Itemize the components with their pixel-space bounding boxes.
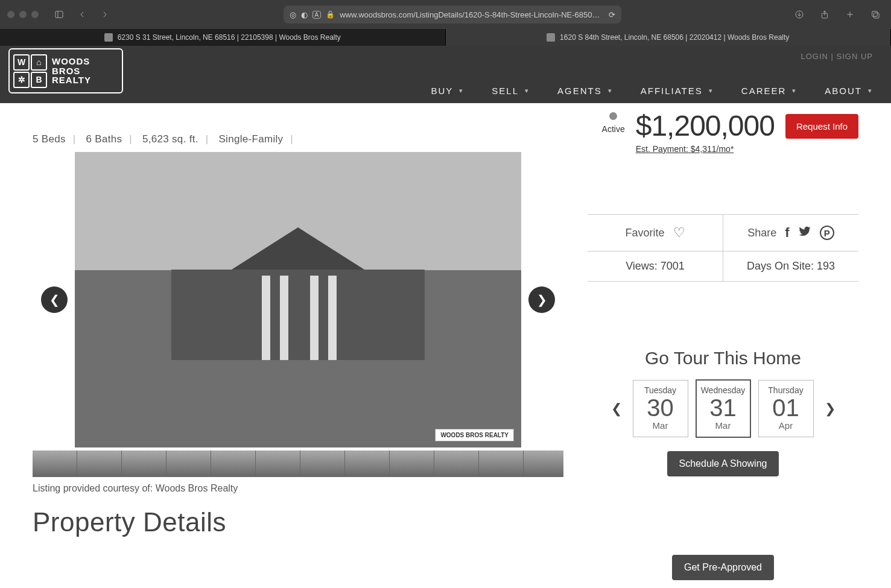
house-illustration	[171, 227, 425, 360]
property-details-heading: Property Details	[33, 507, 563, 537]
favorite-share-row: Favorite ♡ Share f P	[588, 214, 858, 251]
nav-about[interactable]: ABOUT▾	[825, 86, 873, 96]
request-info-button[interactable]: Request Info	[785, 114, 858, 139]
tab-strip: 6230 S 31 Street, Lincoln, NE 68516 | 22…	[0, 29, 891, 46]
browser-tab-1[interactable]: 1620 S 84th Street, Lincoln, NE 68506 | …	[446, 29, 892, 46]
tour-date-1[interactable]: Wednesday 31 Mar	[696, 379, 751, 438]
chevron-down-icon: ▾	[608, 87, 613, 95]
reader-icon[interactable]: A	[312, 11, 322, 19]
listing-stats: 5 Beds| 6 Baths| 5,623 sq. ft.| Single-F…	[33, 133, 563, 145]
svg-rect-9	[874, 13, 879, 18]
carousel-next-button[interactable]: ❯	[528, 286, 555, 313]
photo-thumbnails	[33, 450, 563, 477]
favorite-button[interactable]: Favorite ♡	[588, 215, 723, 251]
tab-title: 6230 S 31 Street, Lincoln, NE 68516 | 22…	[118, 33, 341, 42]
date-prev-button[interactable]: ❮	[607, 401, 626, 417]
chevron-down-icon: ▾	[868, 87, 873, 95]
chevron-down-icon: ▾	[459, 87, 464, 95]
chevron-down-icon: ▾	[792, 87, 797, 95]
date-next-button[interactable]: ❯	[821, 401, 839, 417]
main-nav: BUY▾ SELL▾ AGENTS▾ AFFILIATES▾ CAREER▾ A…	[431, 86, 873, 96]
logo-mark: W⌂✲B	[13, 54, 47, 88]
site-header: W⌂✲B WOODS BROS REALTY LOGIN | SIGN UP B…	[0, 46, 891, 103]
forward-button[interactable]	[97, 6, 113, 23]
carousel-prev-button[interactable]: ❮	[41, 286, 68, 313]
twitter-icon[interactable]	[798, 224, 811, 241]
status-dot-icon	[609, 112, 617, 120]
thumbnail[interactable]	[256, 450, 300, 477]
listing-courtesy: Listing provided courtesy of: Woods Bros…	[33, 483, 563, 494]
close-window[interactable]	[7, 11, 14, 18]
tab-title: 1620 S 84th Street, Lincoln, NE 68506 | …	[560, 33, 789, 42]
photo-watermark: WOODS BROS REALTY	[435, 429, 514, 441]
browser-toolbar: ◎ ◐ A 🔒 www.woodsbros.com/ListingDetails…	[0, 0, 891, 29]
auth-links[interactable]: LOGIN | SIGN UP	[801, 52, 873, 61]
nav-career[interactable]: CAREER▾	[741, 86, 797, 96]
get-preapproved-button[interactable]: Get Pre-Approved	[672, 555, 774, 580]
share-icon[interactable]	[816, 6, 833, 23]
favorite-label: Favorite	[625, 227, 664, 239]
tour-date-2[interactable]: Thursday 01 Apr	[758, 380, 814, 437]
thumbnail[interactable]	[77, 450, 122, 477]
downloads-icon[interactable]	[791, 6, 808, 23]
nav-affiliates[interactable]: AFFILIATES▾	[641, 86, 714, 96]
shield-icon[interactable]: ◎	[290, 10, 296, 19]
type: Single-Family	[218, 133, 283, 145]
browser-tab-0[interactable]: 6230 S 31 Street, Lincoln, NE 68516 | 22…	[0, 29, 446, 46]
nav-agents[interactable]: AGENTS▾	[557, 86, 613, 96]
thumbnail[interactable]	[524, 450, 563, 477]
heart-icon: ♡	[673, 225, 685, 241]
schedule-showing-button[interactable]: Schedule A Showing	[667, 451, 779, 476]
reload-icon[interactable]: ⟳	[609, 10, 615, 19]
baths: 6 Baths	[86, 133, 122, 145]
thumbnail[interactable]	[166, 450, 211, 477]
sidebar-toggle-icon[interactable]	[51, 6, 68, 23]
nav-buy[interactable]: BUY▾	[431, 86, 464, 96]
back-button[interactable]	[74, 6, 90, 23]
thumbnail[interactable]	[33, 450, 77, 477]
tour-heading: Go Tour This Home	[588, 348, 858, 368]
pinterest-icon[interactable]: P	[820, 226, 834, 240]
thumbnail[interactable]	[211, 450, 256, 477]
days-on-site: Days On Site: 193	[723, 251, 858, 281]
share-label: Share	[747, 227, 776, 239]
chevron-down-icon: ▾	[525, 87, 530, 95]
thumbnail[interactable]	[479, 450, 524, 477]
status-label: Active	[602, 124, 625, 134]
url-text: www.woodsbros.com/ListingDetails/1620-S-…	[340, 10, 603, 19]
est-payment-link[interactable]: Est. Payment: $4,311/mo*	[636, 144, 775, 154]
thumbnail[interactable]	[434, 450, 479, 477]
share-cell: Share f P	[723, 215, 858, 251]
address-bar[interactable]: ◎ ◐ A 🔒 www.woodsbros.com/ListingDetails…	[284, 5, 621, 24]
maximize-window[interactable]	[31, 11, 39, 18]
nav-sell[interactable]: SELL▾	[492, 86, 530, 96]
minimize-window[interactable]	[19, 11, 27, 18]
favicon-icon	[547, 33, 555, 42]
tour-date-0[interactable]: Tuesday 30 Mar	[633, 380, 688, 437]
hero-photo[interactable]: WOODS BROS REALTY	[75, 152, 521, 447]
thumbnail[interactable]	[345, 450, 390, 477]
thumbnail[interactable]	[390, 450, 434, 477]
facebook-icon[interactable]: f	[785, 225, 789, 241]
tour-section: Go Tour This Home ❮ Tuesday 30 Mar Wedne…	[588, 348, 858, 580]
views-count: Views: 7001	[588, 251, 723, 281]
photo-carousel: ❮ WOODS BROS REALTY ❯	[33, 149, 563, 450]
tour-date-picker: ❮ Tuesday 30 Mar Wednesday 31 Mar Thursd…	[588, 379, 858, 438]
sqft: 5,623 sq. ft.	[142, 133, 198, 145]
tabs-overview-icon[interactable]	[867, 6, 884, 23]
svg-rect-0	[55, 11, 63, 18]
favicon-icon	[104, 33, 113, 42]
logo-text: WOODS BROS REALTY	[52, 57, 91, 85]
thumbnail[interactable]	[300, 450, 345, 477]
window-controls	[7, 11, 39, 18]
privacy-icon[interactable]: ◐	[301, 10, 308, 19]
thumbnail[interactable]	[122, 450, 166, 477]
beds: 5 Beds	[33, 133, 66, 145]
views-days-row: Views: 7001 Days On Site: 193	[588, 251, 858, 282]
listing-price: $1,200,000	[636, 112, 775, 141]
lock-icon: 🔒	[326, 10, 335, 19]
chevron-down-icon: ▾	[709, 87, 714, 95]
brand-logo[interactable]: W⌂✲B WOODS BROS REALTY	[8, 48, 123, 93]
new-tab-icon[interactable]	[842, 6, 858, 23]
svg-rect-8	[872, 11, 878, 17]
